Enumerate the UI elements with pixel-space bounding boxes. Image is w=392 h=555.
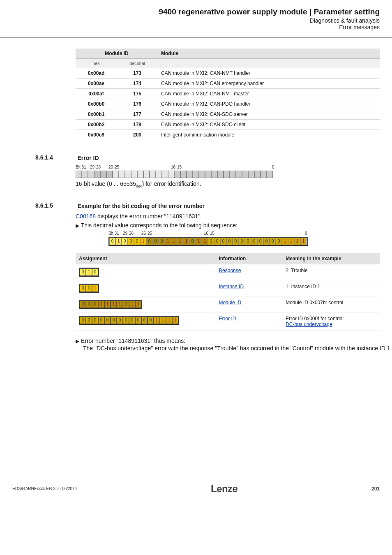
error-id-desc: 16-bit value (0 ... 65535dec) for error … [76,180,392,188]
bit-cell: 0 [226,238,233,245]
bit-cell: 0 [251,238,257,245]
bit-cell: 1 [288,238,294,245]
bit-cell: 0 [214,238,220,245]
col-information: Information [215,253,282,264]
table-row: 0x00b1177CAN module in MXI2: CAN-SDO ser… [76,109,380,120]
col-module: Module [158,49,380,59]
bit-cell: 0 [233,238,239,245]
mean-link[interactable]: DC-bus undervoltage [286,321,332,327]
bit-cell: 1 [202,238,208,245]
bit-cell: 0 [270,238,276,245]
conclusion: ▶ Error number "1148911631" thus means: … [76,338,392,352]
section-number: 8.6.1.5 [35,202,76,209]
bit-cell: 1 [282,238,288,245]
page-header: 9400 regenerative power supply module | … [0,0,392,35]
bit-cell: 1 [196,238,202,245]
bit-cell: 1 [300,238,307,245]
bit-cell: 0 [109,238,115,245]
table-row: 0x00b0176CAN module in MXI2: CAN-PDO han… [76,99,380,109]
bit-cell: 0 [239,238,245,245]
bit-cell: 1 [115,238,122,245]
page-footer: EDS94ARNExxxx EN 2.3 · 06/2014 Lenze 201 [0,483,392,504]
info-link[interactable]: Instance ID [219,284,244,289]
doc-id: EDS94ARNExxxx EN 2.3 · 06/2014 [12,486,77,491]
section-number: 8.6.1.4 [35,154,76,161]
code-link[interactable]: C00168 [76,213,96,220]
table-row: 0000000000001111Error IDError ID 0x000f … [76,312,380,331]
bit-cell: 0 [128,238,134,245]
subcol-hex: hex [76,59,117,68]
lenze-logo: Lenze [211,483,238,495]
info-link[interactable]: Module ID [219,300,241,305]
bit-cell: 0 [263,238,270,245]
bit-cell: 0 [245,238,251,245]
bit-cell: 0 [220,238,226,245]
subcol-dec: decimal [117,59,158,68]
header-sub1: Diagnostics & fault analysis [0,17,380,24]
table-row: 0x00ad173CAN module in MXI2: CAN-NMT han… [76,68,380,79]
section-8-6-1-5: 8.6.1.5 Example for the bit coding of th… [35,202,392,210]
header-title: 9400 regenerative power supply module | … [0,7,380,16]
bit-cell: 0 [276,238,282,245]
bit-cell: 0 [159,238,165,245]
info-link[interactable]: Error ID [219,316,236,321]
bit-cell: 1 [183,238,189,245]
example-intro: C00168 displays the error number "114891… [76,213,392,220]
assignment-table: Assignment Information Meaning in the ex… [76,253,380,331]
triangle-icon: ▶ [76,338,79,344]
info-link[interactable]: Response [219,268,241,273]
bit-cell: 1 [177,238,183,245]
table-row: 0x00b2178CAN module in MXI2: CAN-SDO cli… [76,120,380,130]
bit-diagram-empty: Bit 31 29 28 26 25 16 15 0 [76,165,392,178]
bit-cell: 0 [208,238,214,245]
col-meaning: Meaning in the example [282,253,380,264]
table-row: 0x00ae174CAN module in MXI2: CAN emergen… [76,79,380,89]
bit-diagram-example: Bit 31 29 28 26 25 16 15 0 0100010001111… [108,231,392,246]
bit-cell: 1 [294,238,300,245]
col-assignment: Assignment [76,253,215,264]
section-8-6-1-4: 8.6.1.4 Error ID [35,154,392,162]
bit-cell: 0 [122,238,128,245]
table-row: 010Response2: Trouble [76,264,380,280]
page-number: 201 [371,486,380,492]
bit-cell: 0 [257,238,263,245]
bit-cell: 0 [146,238,152,245]
bit-cell: 0 [152,238,159,245]
bit-cell: 1 [165,238,171,245]
table-row: 0x00c8200Intelligent communication modul… [76,130,380,140]
table-row: 0x00af175CAN module in MXI2: CAN-NMT mas… [76,89,380,99]
bit-cell: 1 [140,238,146,245]
table-row: 001Instance ID1: Instance ID 1 [76,280,380,296]
header-sub2: Error messages [0,24,380,30]
example-bullet: ▶ This decimal value corresponds to the … [76,222,392,229]
module-id-table: Module ID Module hex decimal 0x00ad173CA… [76,49,380,140]
table-row: 0001111011Module IDModule ID 0x007b: con… [76,296,380,312]
bit-cell: 1 [171,238,177,245]
bit-cell: 0 [189,238,196,245]
section-title: Error ID [77,155,99,161]
triangle-icon: ▶ [76,223,79,229]
col-module-id: Module ID [76,49,158,59]
bit-cell: 0 [134,238,140,245]
section-title: Example for the bit coding of the error … [77,203,205,209]
